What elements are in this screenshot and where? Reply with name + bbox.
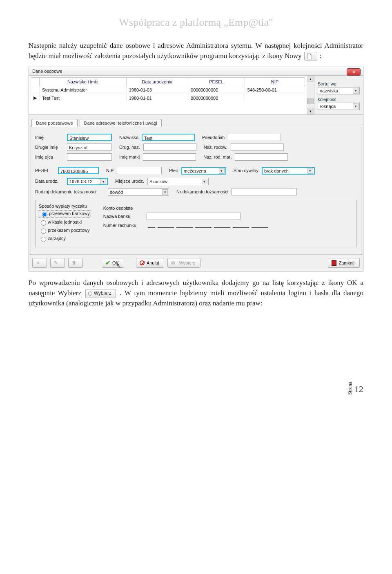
input-rachunek[interactable] (147, 222, 269, 229)
new-button-inline (304, 52, 317, 61)
chevron-down-icon: ▾ (202, 179, 207, 184)
label-bank: Nazwa banku (103, 214, 144, 219)
close-button[interactable]: Zamknij (328, 258, 360, 268)
window-title: Dane osobowe (32, 69, 62, 74)
order-combo[interactable]: rosnąca▾ (318, 103, 360, 110)
select-button[interactable]: ◎Wybierz (167, 258, 200, 268)
tab-address-data[interactable]: Dane adresowe, telefoniczne i uwagi (80, 119, 162, 127)
scroll-up-icon[interactable]: ▴ (307, 76, 314, 82)
page-footer: Strona 12 (29, 382, 363, 395)
input-imie-ojca[interactable] (67, 153, 112, 161)
edit-icon: ✎ (54, 260, 60, 266)
input-imie-matki[interactable] (143, 153, 196, 161)
sort-by-label: Sortuj wg (318, 81, 360, 86)
input-pesel[interactable]: 76031208895 (58, 167, 99, 174)
label-pseudonim: Pseudonim (202, 135, 225, 140)
toolbar-btn-2[interactable]: ✎ (50, 258, 65, 268)
scroll-thumb[interactable] (307, 99, 314, 104)
label-pesel: PESEL (35, 168, 55, 173)
combo-plec[interactable]: mężczyzna▾ (181, 167, 226, 175)
label-stan-cywilny: Stan cywilny (234, 168, 258, 173)
personal-data-window: Dane osobowe ✕ Nazwisko i imię Data urod… (29, 67, 363, 271)
combo-stan-cywilny[interactable]: brak danych▾ (262, 167, 315, 175)
toolbar-btn-1[interactable]: ☆ (32, 258, 47, 268)
window-titlebar: Dane osobowe ✕ (29, 67, 363, 76)
no-icon (140, 260, 145, 265)
label-imie-ojca: Imię ojca (35, 155, 64, 159)
paragraph-2: Po wprowadzeniu danych osobowych i adres… (29, 278, 363, 308)
combo-rodzaj-dok[interactable]: dowód▾ (108, 188, 169, 196)
tab-basic-data[interactable]: Dane podstawowe (31, 119, 78, 127)
input-bank[interactable] (147, 213, 241, 220)
page-icon (307, 54, 312, 59)
table-row[interactable]: Systemu Administrator 1980-01-03 0000000… (31, 86, 305, 94)
list-icon: ☆ (36, 260, 42, 266)
combo-miejsce-urodz[interactable]: Skoczów▾ (147, 178, 209, 185)
payment-method-label: Sposób wypłaty ryczałtu (39, 204, 91, 209)
input-imie[interactable]: Stanisław (67, 134, 112, 141)
col-pesel[interactable]: PESEL (188, 78, 245, 86)
scroll-down-icon[interactable]: ▾ (307, 108, 314, 114)
door-icon (332, 260, 336, 266)
label-imie-matki: Imię matki (119, 155, 140, 159)
para1-text-b: : (320, 52, 322, 60)
col-dob[interactable]: Data urodzenia (126, 78, 188, 86)
sort-by-combo[interactable]: nazwiska▾ (318, 87, 360, 94)
label-miejsce-urodz: Miejsce urodz. (115, 179, 144, 184)
chevron-down-icon: ▾ (353, 103, 359, 109)
label-nazwisko: Nazwisko (119, 135, 138, 140)
bank-account-group: Konto osobiste Nazwa banku Numer rachunk… (103, 204, 269, 244)
label-rodzaj-dok: Rodzaj dokumentu tożsamości (35, 189, 105, 194)
table-row[interactable]: ▶ Test Test 1980-01-01 00000000000 (31, 94, 305, 102)
label-drugie-imie: Drugie imię (35, 145, 64, 150)
input-nip[interactable] (117, 167, 162, 174)
chevron-down-icon: ▾ (353, 88, 359, 94)
close-icon[interactable]: ✕ (347, 68, 361, 76)
label-drug-naz: Drug. naz. (119, 145, 140, 150)
label-nip: NIP (106, 168, 114, 173)
label-naz-rodow: Naz. rodow. (204, 145, 227, 150)
chevron-down-icon: ▾ (100, 179, 106, 184)
check-icon: ✔ (105, 260, 110, 266)
chevron-down-icon: ▾ (307, 168, 313, 174)
input-pseudonim[interactable] (228, 134, 281, 141)
label-rachunek: Numer rachunku (103, 223, 144, 228)
label-imie: Imię (35, 135, 64, 140)
radio-przekaz[interactable]: przekazem pocztowy (39, 227, 91, 234)
paragraph-1: Następnie należy uzupełnić dane osobowe … (29, 41, 363, 61)
radio-kasa[interactable]: w kasie jednostki (39, 219, 91, 226)
col-name[interactable]: Nazwisko i imię (40, 78, 127, 86)
page-label: Strona (347, 382, 353, 395)
payment-method-group: Sposób wypłaty ryczałtu przelewem bankow… (39, 204, 91, 244)
cursor-icon: ↖ (116, 262, 121, 272)
input-nr-dok[interactable] (232, 188, 297, 195)
radio-zarzadcy[interactable]: zarządcy (39, 235, 91, 242)
label-naz-rod-mat: Naz. rod. mat. (203, 155, 232, 159)
label-plec: Płeć (169, 168, 178, 173)
order-label: kolejność (318, 97, 360, 102)
input-naz-rod-mat[interactable] (235, 153, 288, 161)
radio-icon: ◎ (171, 260, 177, 266)
wybierz-button-inline: Wybierz (85, 289, 116, 298)
chevron-down-icon: ▾ (219, 168, 225, 174)
input-drugie-imie[interactable]: Krzysztof (67, 144, 112, 151)
input-drug-naz[interactable] (143, 144, 196, 151)
page-number: 12 (354, 384, 363, 395)
label-nr-dok: Nr dokumentu tożsamości (176, 189, 228, 194)
radio-przelew[interactable]: przelewem bankowy (39, 210, 91, 217)
label-konto: Konto osobiste (103, 206, 144, 211)
trash-icon: 🗑 (72, 260, 78, 266)
chevron-down-icon: ▾ (162, 189, 168, 195)
dialog-button-bar: ☆ ✎ 🗑 ✔OK ↖ Anuluj ◎Wybierz Zamknij (29, 254, 363, 271)
input-naz-rodow[interactable] (231, 144, 284, 151)
grid-scrollbar[interactable]: ▴ ▾ (307, 76, 314, 114)
label-data-urodz: Data urodz. (35, 179, 64, 184)
col-nip[interactable]: NIP (245, 78, 305, 86)
combo-data-urodz[interactable]: 1976-03-12▾ (67, 178, 108, 185)
form-basic-data: Imię Stanisław Nazwisko Test Pseudonim D… (31, 127, 361, 254)
doc-title: Współpraca z platformą „Emp@tia" (29, 16, 363, 29)
cancel-button[interactable]: Anuluj (136, 258, 165, 268)
input-nazwisko[interactable]: Test (142, 134, 195, 141)
toolbar-btn-3[interactable]: 🗑 (68, 258, 83, 268)
data-grid[interactable]: Nazwisko i imię Data urodzenia PESEL NIP… (29, 76, 307, 114)
